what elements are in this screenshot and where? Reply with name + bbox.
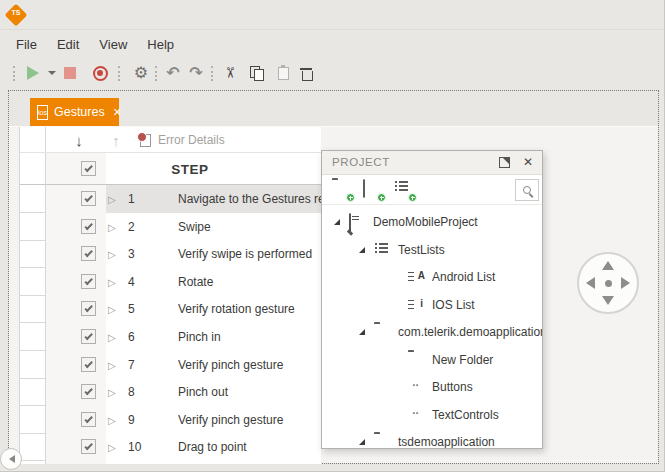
paste-button[interactable] [274,57,292,89]
table-row[interactable]: ▷8Pinch out [20,378,321,406]
add-folder-button[interactable] [332,180,354,200]
undo-icon: ↶ [166,65,179,81]
nav-up-icon[interactable] [602,261,614,270]
expand-row-icon[interactable]: ▷ [108,295,116,323]
expand-row-icon[interactable]: ▷ [108,351,116,379]
tree-item-com-telerik-demoapplication[interactable]: com.telerik.demoapplication [322,318,542,345]
tree-item-android-list[interactable]: Android List [322,263,542,290]
run-options-dropdown[interactable] [46,57,58,89]
undo-button[interactable]: ↶ [163,57,183,89]
expand-row-icon[interactable]: ▷ [108,406,116,434]
nav-right-icon[interactable] [621,277,630,289]
chevron-down-icon [48,71,56,75]
toolbar-grip [155,66,157,81]
stop-button[interactable] [62,57,78,89]
tree-item-tsdemoapplication[interactable]: tsdemoapplication [322,428,542,448]
file-icon [363,179,365,198]
menu-item-file[interactable]: File [6,34,47,55]
check-icon [84,331,92,339]
tree-item-testlists[interactable]: TestLists [322,236,542,263]
tree-item-textcontrols[interactable]: TextControls [322,401,542,428]
expand-row-icon[interactable]: ▷ [108,240,116,268]
check-icon [84,303,92,311]
row-indicator [20,268,46,296]
step-checkbox[interactable] [81,191,96,206]
copy-button[interactable] [246,57,266,89]
error-details-button[interactable]: Error Details [140,127,225,153]
step-checkbox[interactable] [81,219,96,234]
tab-gestures[interactable]: ios Gestures ✕ [30,98,119,126]
step-checkbox[interactable] [81,274,96,289]
expand-row-icon[interactable]: ▷ [108,185,116,213]
step-checkbox[interactable] [81,301,96,316]
tree-item-demomobileproject[interactable]: DemoMobileProject [322,208,542,235]
row-indicator [20,406,46,434]
menu-item-edit[interactable]: Edit [47,34,89,55]
step-checkbox[interactable] [81,412,96,427]
menu-item-help[interactable]: Help [137,34,184,55]
cut-button[interactable]: ✂ [219,57,241,89]
expanded-icon[interactable] [359,439,365,445]
dock-restore-icon[interactable] [499,157,510,168]
settings-button[interactable]: ⚙ [130,57,152,89]
table-row[interactable]: ▷5Verify rotation gesture [20,295,321,323]
main-toolbar: ⚙ ↶ ↷ ✂ [0,57,664,89]
add-file-button[interactable] [363,180,385,200]
table-row[interactable]: ▷3Verify swipe is performed [20,240,321,268]
record-navigation-pad[interactable] [577,252,639,314]
row-indicator [20,323,46,351]
menu-bar: File Edit View Help [6,32,184,56]
table-row[interactable]: ▷4Rotate [20,268,321,296]
step-checkbox[interactable] [81,357,96,372]
stop-icon [64,67,76,79]
delete-button[interactable] [297,57,315,89]
scroll-left-button[interactable] [0,448,22,470]
table-row[interactable]: ▷6Pinch in [20,323,321,351]
expand-row-icon[interactable]: ▷ [108,323,116,351]
tab-close-icon[interactable]: ✕ [113,106,122,119]
move-step-down-button[interactable]: ↓ [69,127,89,153]
expanded-icon[interactable] [334,219,340,225]
step-checkbox[interactable] [81,439,96,454]
expand-row-icon[interactable]: ▷ [108,378,116,406]
expand-row-icon[interactable]: ▷ [108,213,116,241]
tree-item-new-folder[interactable]: New Folder [322,346,542,373]
scissors-icon: ✂ [221,67,239,80]
table-row[interactable]: ▷9Verify pinch gesture [20,406,321,434]
step-checkbox[interactable] [81,329,96,344]
record-button[interactable] [90,57,110,89]
step-description: Verify swipe is performed [178,240,321,268]
step-checkbox[interactable] [81,384,96,399]
step-number: 4 [128,268,135,296]
search-button[interactable] [515,179,539,201]
expanded-icon[interactable] [359,247,365,253]
search-icon [523,186,531,194]
check-icon [84,414,92,422]
nav-center-dot[interactable] [605,280,612,287]
step-checkbox[interactable] [81,246,96,261]
run-button[interactable] [24,57,42,89]
project-panel-title: PROJECT [332,156,390,168]
step-number: 5 [128,295,135,323]
nav-left-icon[interactable] [586,277,595,289]
tree-item-buttons[interactable]: Buttons [322,373,542,400]
row-indicator [20,213,46,241]
tree-item-label: TextControls [432,408,499,422]
expand-row-icon[interactable]: ▷ [108,268,116,296]
table-row[interactable]: ▷7Verify pinch gesture [20,351,321,379]
tree-item-ios-list[interactable]: IOS List [322,291,542,318]
table-row[interactable]: ▷10Drag to point [20,433,321,461]
move-step-up-button[interactable]: ↑ [106,127,126,153]
panel-close-icon[interactable]: ✕ [523,155,533,169]
table-row[interactable]: ▷1Navigate to the Gestures rec [20,185,321,213]
ios-badge: ios [37,105,48,120]
expanded-icon[interactable] [359,329,365,335]
tree-item-label: tsdemoapplication [398,435,495,449]
add-list-button[interactable] [394,180,416,200]
nav-down-icon[interactable] [602,296,614,305]
plus-badge-icon [346,193,355,202]
redo-button[interactable]: ↷ [186,57,206,89]
expand-row-icon[interactable]: ▷ [108,433,116,461]
menu-item-view[interactable]: View [89,34,137,55]
table-row[interactable]: ▷2Swipe [20,213,321,241]
